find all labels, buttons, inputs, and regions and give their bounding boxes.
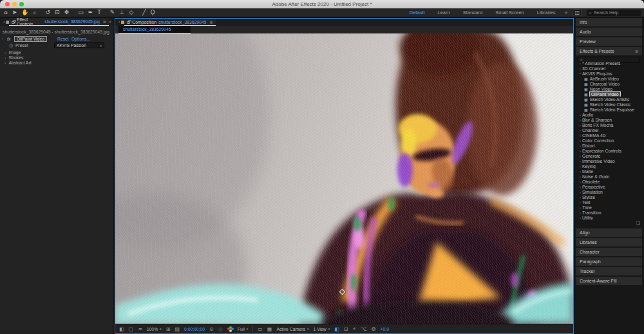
minimize-window-button[interactable]	[12, 2, 17, 6]
new-preset-icon[interactable]: ❏	[636, 221, 640, 226]
composition-canvas[interactable]	[115, 33, 573, 324]
zoom-window-button[interactable]	[19, 2, 24, 6]
effect-item-sketch-video-artistic[interactable]: ▦Sketch Video Artistic	[576, 97, 642, 102]
type-tool[interactable]: T	[97, 8, 101, 17]
category-channel[interactable]: ›Channel	[576, 127, 642, 133]
selection-tool[interactable]: ➤	[12, 8, 17, 17]
workspace-tab-libraries[interactable]: Libraries	[537, 10, 556, 15]
category-text[interactable]: ›Text	[576, 199, 642, 205]
panel-bar-character[interactable]: Character	[576, 248, 642, 256]
effect-item-sketch-video-classic[interactable]: ▦Sketch Video Classic	[576, 102, 642, 107]
pan-behind-tool[interactable]: ✥	[64, 8, 70, 17]
expander-icon[interactable]: ›	[5, 60, 6, 65]
brush-tool[interactable]: ✎	[110, 8, 115, 17]
group-strokes[interactable]: ›Strokes	[0, 55, 113, 60]
shape-tool[interactable]: ▭	[78, 8, 84, 17]
pen-tool[interactable]: ✒	[88, 8, 93, 17]
panel-bar-libraries[interactable]: Libraries	[576, 238, 642, 246]
effect-item-neon-video[interactable]: ▦Neon Video	[576, 86, 642, 91]
composition-viewer[interactable]	[115, 33, 573, 324]
clone-stamp-tool[interactable]: ⊥	[119, 8, 124, 17]
effect-item-charcoal-video[interactable]: ▦Charcoal Video	[576, 81, 642, 86]
workspace-overflow-icon[interactable]: »	[565, 10, 568, 15]
rotation-tool[interactable]: ↺	[46, 8, 51, 17]
category-simulation[interactable]: ›Simulation	[576, 189, 642, 194]
tab-composition[interactable]: Composition shutterstock_383629045 ≣	[124, 19, 215, 26]
home-tool[interactable]: ⌂	[4, 8, 8, 17]
vr-view-icon[interactable]: ∞	[138, 325, 142, 333]
pixel-aspect-icon[interactable]: ⊡	[344, 325, 348, 333]
effect-expander-icon[interactable]: ›	[1, 38, 5, 39]
camera-tool[interactable]: ⊡	[55, 8, 60, 17]
chevron-expanded-icon[interactable]: ›	[578, 71, 583, 75]
shared-view-icon[interactable]: ◧	[334, 325, 339, 333]
resolution-select[interactable]: Full▾	[238, 327, 248, 331]
workspace-tab-small-screen[interactable]: Small Screen	[495, 10, 524, 15]
category-distort[interactable]: ›Distort	[576, 143, 642, 148]
panel-bar-info[interactable]: Info	[576, 18, 642, 26]
roto-brush-tool[interactable]: ╱	[142, 8, 146, 17]
workspace-tab-default[interactable]: Default	[410, 10, 425, 15]
group-image[interactable]: ›Image	[0, 50, 113, 55]
category-transition[interactable]: ›Transition	[576, 210, 642, 215]
grid-guides-icon[interactable]: ⊞	[166, 325, 171, 333]
category-matte[interactable]: ›Matte	[576, 169, 642, 174]
category-animation-presets[interactable]: ›* Animation Presets	[576, 60, 642, 66]
panel-bar-align[interactable]: Align	[576, 228, 642, 237]
exposure-value[interactable]: +0.0	[381, 327, 389, 331]
main-monitor-icon[interactable]: ▢	[129, 325, 134, 333]
category-expression-controls[interactable]: ›Expression Controls	[576, 148, 642, 153]
puppet-pin-tool[interactable]: Ϙ	[150, 8, 155, 17]
category-audio[interactable]: ›Audio	[576, 112, 642, 117]
stopwatch-icon[interactable]: ◷	[9, 43, 13, 48]
magnification-select[interactable]: 100%▾	[147, 327, 162, 331]
effect-item-airbrush-video[interactable]: ▦AirBrush Video	[576, 76, 642, 81]
options-button[interactable]: Options...	[71, 37, 90, 41]
category-3d-channel[interactable]: ›3D Channel	[576, 66, 642, 71]
category-noise-grain[interactable]: ›Noise & Grain	[576, 174, 642, 179]
tab-effect-controls[interactable]: Effect Controls shutterstock_383629045.j…	[9, 18, 109, 26]
category-obsolete[interactable]: ›Obsolete	[576, 179, 642, 184]
flowchart-icon[interactable]: ⌥	[361, 325, 366, 333]
category-keying[interactable]: ›Keying	[576, 163, 642, 169]
panel-bar-preview[interactable]: Preview	[576, 37, 642, 46]
always-preview-icon[interactable]: ◧	[119, 325, 124, 333]
effect-item-oilpaint-video[interactable]: ▦OilPaint Video	[576, 91, 642, 97]
category-utility[interactable]: ›Utility	[576, 215, 642, 220]
transparency-grid-icon[interactable]: ▦	[267, 325, 272, 333]
hand-tool[interactable]: ✋	[21, 8, 28, 17]
expander-icon[interactable]: ›	[5, 50, 6, 55]
panel-bar-paragraph[interactable]: Paragraph	[576, 257, 642, 266]
category-blur-sharpen[interactable]: ›Blur & Sharpen	[576, 117, 642, 122]
category-boris-fx-mocha[interactable]: ›Boris FX Mocha	[576, 122, 642, 127]
view-layout-select[interactable]: 1 View▾	[313, 327, 330, 331]
panel-bar-effects-and-presets[interactable]: Effects & Presets ≣	[576, 47, 642, 55]
camera-view-select[interactable]: Active Camera▾	[276, 327, 308, 331]
fast-previews-icon[interactable]: ⚡	[353, 325, 357, 333]
reset-button[interactable]: Reset	[57, 37, 69, 41]
snapshot-icon[interactable]: ⊙	[209, 325, 214, 333]
panel-menu-icon[interactable]: ≣	[635, 49, 638, 53]
category-generate[interactable]: ›Generate	[576, 153, 642, 158]
expander-icon[interactable]: ›	[5, 55, 6, 60]
category-time[interactable]: ›Time	[576, 205, 642, 210]
show-snapshot-icon[interactable]: ◎	[218, 325, 223, 333]
category-stylize[interactable]: ›Stylize	[576, 194, 642, 199]
panel-bar-content-aware-fill[interactable]: Content-Aware Fill	[576, 277, 642, 285]
timecode[interactable]: 0;00;00;00	[184, 327, 205, 331]
effect-item-sketch-video-esquisse[interactable]: ▦Sketch Video Esquisse	[576, 107, 642, 112]
category-immersive-video[interactable]: ›Immersive Video	[576, 158, 642, 163]
panel-menu-icon[interactable]: ≣	[210, 20, 213, 24]
settings-icon[interactable]: ⚙	[371, 325, 375, 333]
mask-visibility-icon[interactable]: ▨	[175, 325, 180, 333]
tab-nav-left-icon[interactable]: ‹	[3, 20, 5, 24]
preset-select[interactable]: AKVIS Passion ▾	[54, 42, 104, 48]
close-window-button[interactable]	[5, 2, 10, 6]
zoom-tool[interactable]: ⌕	[33, 8, 37, 17]
category-cinema-4d[interactable]: ›CINEMA 4D	[576, 133, 642, 138]
category-akvis-plug-ins[interactable]: ›AKVIS Plug-ins	[576, 71, 642, 76]
category-color-correction[interactable]: ›Color Correction	[576, 138, 642, 143]
panel-bar-audio[interactable]: Audio	[576, 28, 642, 36]
panel-menu-icon[interactable]: ≣	[103, 19, 106, 24]
panel-bar-tracker[interactable]: Tracker	[576, 267, 642, 275]
